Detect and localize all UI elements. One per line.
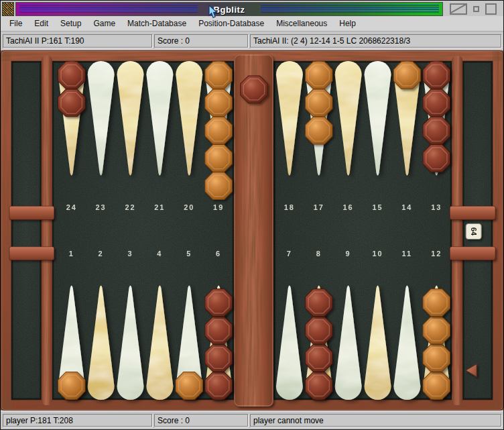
opponent-score-panel: Score : 0 bbox=[154, 34, 248, 48]
orange-checker[interactable] bbox=[205, 144, 232, 172]
point-number-16: 16 bbox=[343, 203, 354, 211]
dark-checker[interactable] bbox=[305, 289, 332, 317]
point-number-17: 17 bbox=[314, 203, 324, 211]
point-number-1: 1 bbox=[69, 250, 74, 258]
point-number-22: 22 bbox=[125, 203, 135, 211]
orange-checker[interactable] bbox=[205, 89, 232, 117]
orange-checker[interactable] bbox=[423, 317, 450, 344]
orange-checker[interactable] bbox=[176, 372, 202, 399]
player-score-panel: Score : 0 bbox=[154, 414, 248, 427]
point-number-23: 23 bbox=[96, 203, 107, 211]
dark-checker[interactable] bbox=[241, 76, 267, 103]
point-number-2: 2 bbox=[99, 250, 104, 258]
doubling-cube-value: 64 bbox=[470, 227, 478, 236]
backgammon-board: 242322212019181716151413123456789101112 bbox=[1, 50, 503, 411]
point-number-15: 15 bbox=[372, 203, 383, 211]
point-number-3: 3 bbox=[127, 250, 133, 258]
orange-checker[interactable] bbox=[305, 62, 332, 89]
menu-item-position-database[interactable]: Position-Database bbox=[192, 19, 270, 28]
orange-checker[interactable] bbox=[423, 344, 450, 372]
point-number-10: 10 bbox=[372, 250, 383, 258]
opponent-move-info-panel: TachiAI II: (2 4) 12-14 1-5 LC 206862231… bbox=[250, 34, 501, 48]
point-number-20: 20 bbox=[184, 203, 194, 211]
dark-checker[interactable] bbox=[423, 117, 450, 144]
orange-checker[interactable] bbox=[305, 117, 332, 144]
dark-checker[interactable] bbox=[305, 317, 332, 344]
point-number-12: 12 bbox=[431, 250, 442, 258]
dark-checker[interactable] bbox=[305, 372, 332, 399]
shade-button[interactable] bbox=[450, 3, 467, 15]
orange-checker[interactable] bbox=[423, 289, 450, 317]
dark-checker[interactable] bbox=[205, 372, 232, 399]
point-number-4: 4 bbox=[157, 250, 162, 258]
point-number-13: 13 bbox=[431, 203, 442, 211]
point-number-9: 9 bbox=[346, 250, 351, 258]
titlebar-stripes-left bbox=[19, 5, 198, 13]
menu-item-match-database[interactable]: Match-Database bbox=[121, 19, 192, 28]
dark-checker[interactable] bbox=[423, 62, 450, 89]
opponent-name-panel: TachiAI II P:161 T:190 bbox=[3, 34, 152, 48]
orange-checker[interactable] bbox=[423, 372, 450, 399]
menu-item-setup[interactable]: Setup bbox=[54, 19, 87, 28]
dark-checker[interactable] bbox=[58, 89, 84, 117]
titlebar[interactable]: Bgblitz bbox=[15, 2, 443, 16]
window-buttons bbox=[444, 2, 502, 16]
menu-item-miscellaneous[interactable]: Miscellaneous bbox=[270, 19, 333, 28]
board-container: 242322212019181716151413123456789101112 bbox=[1, 50, 503, 411]
dark-checker[interactable] bbox=[423, 144, 450, 172]
orange-checker[interactable] bbox=[305, 89, 332, 117]
point-number-14: 14 bbox=[401, 203, 412, 211]
dark-checker[interactable] bbox=[423, 89, 450, 117]
right-tray-divider-upper bbox=[450, 206, 495, 219]
dark-checker[interactable] bbox=[305, 344, 332, 372]
orange-checker[interactable] bbox=[205, 117, 232, 144]
bgblitz-window: Bgblitz File Edit Setup Game Match-Datab… bbox=[0, 0, 504, 430]
diagonal-line-icon bbox=[450, 3, 467, 15]
point-number-5: 5 bbox=[186, 250, 192, 258]
menubar: File Edit Setup Game Match-Database Posi… bbox=[1, 16, 503, 32]
center-bar bbox=[234, 54, 273, 407]
iconify-button[interactable] bbox=[473, 6, 479, 12]
titlebar-stripes-right bbox=[261, 5, 439, 13]
dark-checker[interactable] bbox=[205, 317, 232, 344]
orange-checker[interactable] bbox=[205, 172, 232, 200]
mouse-cursor-icon bbox=[208, 5, 218, 19]
point-number-8: 8 bbox=[316, 250, 322, 258]
maximize-button[interactable] bbox=[485, 3, 497, 15]
point-number-21: 21 bbox=[154, 203, 165, 211]
point-number-6: 6 bbox=[216, 250, 221, 258]
right-tray-divider-lower bbox=[450, 247, 495, 260]
dark-checker[interactable] bbox=[205, 344, 232, 372]
left-tray-divider-lower bbox=[9, 247, 54, 260]
titlebar-row: Bgblitz bbox=[2, 2, 502, 16]
point-number-11: 11 bbox=[402, 250, 413, 258]
dark-checker[interactable] bbox=[58, 62, 84, 89]
dark-checker[interactable] bbox=[205, 289, 232, 317]
doubling-cube[interactable]: 64 bbox=[466, 223, 481, 239]
status-bar-top: TachiAI II P:161 T:190 Score : 0 TachiAI… bbox=[1, 32, 503, 50]
player-move-info-panel: player cannot move bbox=[250, 414, 501, 427]
point-number-24: 24 bbox=[66, 203, 77, 211]
player-name-panel: player P:181 T:208 bbox=[3, 414, 152, 427]
point-number-19: 19 bbox=[213, 203, 224, 211]
menu-item-edit[interactable]: Edit bbox=[28, 19, 54, 28]
menu-item-game[interactable]: Game bbox=[87, 19, 121, 28]
left-tray-divider-upper bbox=[9, 206, 54, 219]
orange-checker[interactable] bbox=[58, 372, 84, 399]
orange-checker[interactable] bbox=[205, 62, 232, 89]
point-number-7: 7 bbox=[287, 250, 292, 258]
app-icon[interactable] bbox=[2, 2, 14, 16]
menu-item-help[interactable]: Help bbox=[333, 19, 362, 28]
point-number-18: 18 bbox=[284, 203, 295, 211]
orange-checker[interactable] bbox=[393, 62, 420, 89]
status-bar-bottom: player P:181 T:208 Score : 0 player cann… bbox=[1, 411, 503, 429]
menu-item-file[interactable]: File bbox=[3, 19, 28, 28]
